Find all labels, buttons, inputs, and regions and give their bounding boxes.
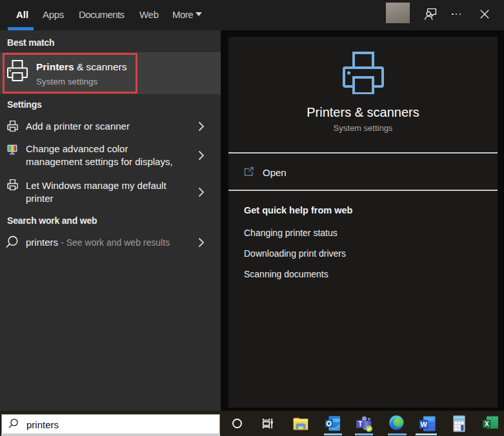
svg-text:T: T bbox=[358, 421, 362, 428]
svg-text:X: X bbox=[485, 420, 489, 428]
svg-text:W: W bbox=[421, 421, 428, 428]
